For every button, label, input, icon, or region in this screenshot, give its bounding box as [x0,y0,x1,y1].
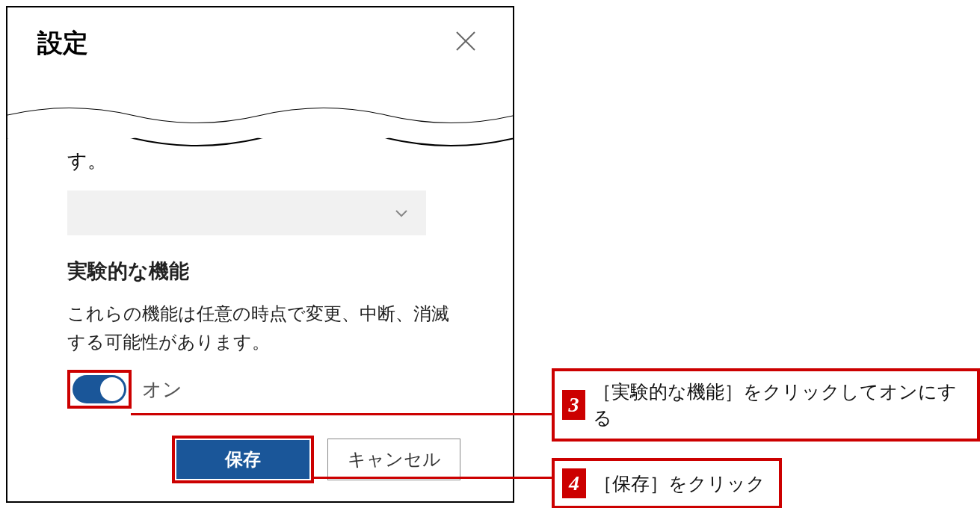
callout-highlight-save: 保存 [172,436,314,483]
experimental-section-title: 実験的な機能 [67,258,460,285]
truncation-wave [6,101,514,153]
callout-connector-3 [131,413,552,415]
save-button[interactable]: 保存 [176,440,309,479]
toggle-row: オン [67,370,460,409]
save-button-label: 保存 [225,447,261,471]
callout-number: 3 [562,390,585,420]
callout-step-4: 4 ［保存］をクリック [552,458,782,508]
dialog-title: 設定 [37,26,88,61]
dialog-body: す。 実験的な機能 これらの機能は任意の時点で変更、中断、消滅する可能性がありま… [7,138,513,498]
settings-dialog: 設定 す。 実験的な機能 これらの機能は任意の時点で変更、中断、消滅する可能性が… [6,6,514,503]
callout-text: ［保存］をクリック [594,471,765,497]
callout-step-3: 3 ［実験的な機能］をクリックしてオンにする [552,368,980,442]
dialog-header: 設定 [7,7,513,75]
chevron-down-icon [395,208,408,217]
experimental-section-desc: これらの機能は任意の時点で変更、中断、消滅する可能性があります。 [67,300,460,357]
callout-text: ［実験的な機能］をクリックしてオンにする [593,379,964,431]
cancel-button[interactable]: キャンセル [327,439,460,480]
callout-number: 4 [562,468,586,498]
toggle-state-label: オン [142,377,182,403]
callout-highlight-toggle [67,370,132,409]
toggle-knob [100,377,124,401]
experimental-toggle[interactable] [73,375,126,403]
callout-connector-4 [312,477,552,479]
format-dropdown[interactable] [67,190,426,235]
close-icon[interactable] [449,27,483,60]
cancel-button-label: キャンセル [348,447,441,471]
